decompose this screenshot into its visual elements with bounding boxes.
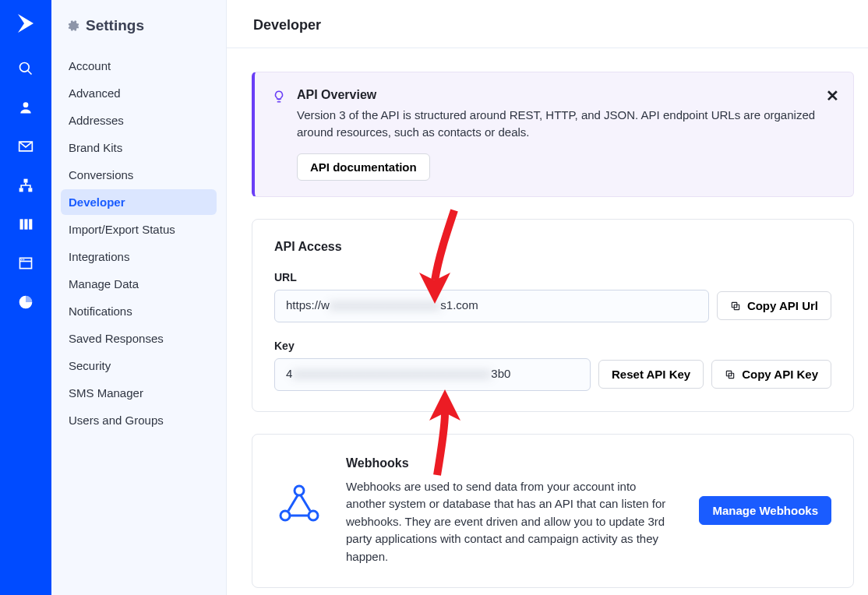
sidebar-item-integrations[interactable]: Integrations [61,244,217,269]
copy-icon [725,369,736,380]
sidebar-item-saved-responses[interactable]: Saved Responses [61,326,217,351]
app-logo-icon[interactable] [13,11,38,39]
api-access-card: API Access URL https://wxxxxxxxxxxxxxxxx… [252,219,854,412]
svg-rect-6 [20,219,23,229]
sidebar-item-users-groups[interactable]: Users and Groups [61,407,217,433]
deals-icon[interactable] [16,215,35,234]
api-overview-banner: API Overview Version 3 of the API is str… [252,72,854,197]
gear-icon [65,19,79,33]
svg-rect-4 [19,188,23,192]
api-access-title: API Access [274,240,831,254]
sidebar-item-account[interactable]: Account [61,53,217,79]
sidebar-item-advanced[interactable]: Advanced [61,80,217,106]
copy-api-key-label: Copy API Key [742,368,818,381]
manage-webhooks-button[interactable]: Manage Webhooks [699,496,831,525]
settings-header: Settings [61,17,217,45]
svg-rect-5 [28,188,32,192]
webhooks-card: Webhooks Webhooks are used to send data … [252,434,854,589]
sidebar-item-conversions[interactable]: Conversions [61,162,217,188]
close-banner-button[interactable]: ✕ [826,86,839,105]
sidebar-item-addresses[interactable]: Addresses [61,107,217,133]
api-documentation-button[interactable]: API documentation [297,153,430,181]
banner-description: Version 3 of the API is structured aroun… [297,107,838,141]
contacts-icon[interactable] [16,98,35,117]
campaigns-icon[interactable] [16,137,35,156]
sidebar-item-brand-kits[interactable]: Brand Kits [61,135,217,160]
svg-rect-8 [29,219,32,229]
api-key-input[interactable]: 4xxxxxxxxxxxxxxxxxxxxxxxxxxxxxxxxxx3b0 [274,358,591,391]
svg-rect-3 [24,179,28,183]
settings-title: Settings [86,17,144,34]
reports-icon[interactable] [16,293,35,312]
copy-api-key-button[interactable]: Copy API Key [711,360,831,389]
sidebar-item-manage-data[interactable]: Manage Data [61,271,217,297]
webhook-icon [274,478,324,531]
primary-nav-rail [0,0,51,595]
copy-api-url-label: Copy API Url [747,299,818,312]
sidebar-item-developer[interactable]: Developer [61,189,217,215]
sidebar-item-sms-manager[interactable]: SMS Manager [61,380,217,406]
api-key-label: Key [274,340,831,352]
sidebar-item-security[interactable]: Security [61,353,217,378]
lightbulb-icon [272,90,286,104]
api-url-prefix: https://w [286,298,330,312]
reset-api-key-button[interactable]: Reset API Key [598,360,704,389]
api-key-redacted: xxxxxxxxxxxxxxxxxxxxxxxxxxxxxxxxxx [292,367,491,380]
svg-point-11 [21,259,23,261]
api-url-input[interactable]: https://wxxxxxxxxxxxxxxxxxxxs1.com [274,290,709,322]
site-icon[interactable] [16,254,35,273]
main-content: Developer API Overview Version 3 of the … [227,0,868,595]
sidebar-item-notifications[interactable]: Notifications [61,298,217,324]
sidebar-item-import-export[interactable]: Import/Export Status [61,217,217,242]
settings-nav: Account Advanced Addresses Brand Kits Co… [61,45,217,433]
copy-api-url-button[interactable]: Copy API Url [717,291,831,320]
page-title: Developer [227,0,868,48]
webhooks-title: Webhooks [346,456,677,470]
api-url-suffix: s1.com [440,298,478,312]
api-key-suffix: 3b0 [491,367,510,380]
api-url-redacted: xxxxxxxxxxxxxxxxxxx [330,298,441,312]
automations-icon[interactable] [16,176,35,195]
api-url-label: URL [274,271,831,283]
svg-point-12 [23,259,25,261]
svg-rect-7 [24,219,27,229]
svg-point-2 [23,102,29,107]
webhooks-description: Webhooks are used to send data from your… [346,478,677,566]
search-icon[interactable] [16,59,35,78]
svg-point-19 [309,511,318,520]
svg-point-18 [281,511,290,520]
settings-sidebar: Settings Account Advanced Addresses Bran… [51,0,227,595]
svg-point-0 [20,63,30,72]
svg-point-17 [295,486,304,495]
copy-icon [730,301,741,312]
banner-title: API Overview [297,88,838,102]
svg-line-1 [28,71,32,75]
